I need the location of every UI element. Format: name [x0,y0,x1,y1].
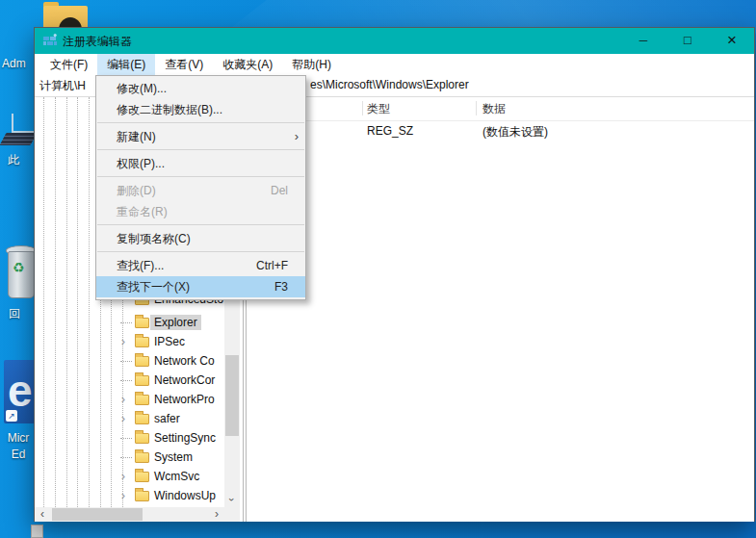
menu-separator [97,149,304,150]
screen-corner-artifact [31,525,43,538]
folder-icon [135,395,149,405]
recycle-arrows-icon: ♻ [13,260,25,275]
menu-separator [97,176,304,177]
menu-item-find[interactable]: 查找(F)... Ctrl+F [96,255,305,276]
expand-chevron-icon[interactable]: › [117,488,129,503]
regedit-icon [43,34,57,47]
tree-item-ipsec[interactable]: › IPSec [35,332,243,351]
tree-item-network-co[interactable]: Network Co [35,351,243,371]
menu-view[interactable]: 查看(V) [155,54,213,75]
menu-favorites[interactable]: 收藏夹(A) [213,54,282,75]
horizontal-scroll-thumb[interactable] [52,508,143,521]
folder-icon [135,356,149,367]
menu-item-find-next[interactable]: 查找下一个(X) F3 [96,276,305,297]
menu-item-delete: 删除(D) Del [96,180,305,201]
folder-icon [135,414,149,424]
scroll-down-button[interactable]: › [224,492,240,507]
desktop-icon-recycle-bin[interactable]: ♻ [6,241,37,300]
menu-file[interactable]: 文件(F) [40,54,97,75]
window-title: 注册表编辑器 [63,34,132,50]
value-list-panel: 类型 数据 REG_SZ (数值未设置) [247,97,754,522]
folder-icon [135,452,149,463]
menu-bar: 文件(F) 编辑(E) 查看(V) 收藏夹(A) 帮助(H) [35,54,754,75]
menu-separator [97,251,304,252]
tree-item-networkpro[interactable]: › NetworkPro [35,390,243,409]
expand-chevron-icon[interactable]: › [117,411,129,426]
edge-logo-icon: e [8,366,33,416]
folder-icon [135,472,149,482]
menu-item-new[interactable]: 新建(N) › [96,126,305,147]
menu-item-permissions[interactable]: 权限(P)... [96,153,305,174]
folder-icon [135,318,149,328]
menu-shortcut: Del [271,180,288,201]
monitor-icon [12,114,35,133]
vertical-scroll-thumb[interactable] [225,355,239,436]
menu-separator [97,122,304,123]
folder-icon [135,337,149,347]
address-path-right: es\Microsoft\Windows\Explorer [310,78,469,91]
tree-horizontal-scrollbar[interactable]: ‹ › [35,507,224,522]
folder-icon [135,491,149,501]
tree-item-settingsync[interactable]: SettingSync [35,428,243,448]
folder-icon [135,375,149,386]
maximize-button[interactable]: □ [665,28,710,54]
tree-connector [120,322,132,323]
keyboard-icon [0,133,37,145]
column-header-type[interactable]: 类型 [367,101,390,117]
tree-item-wcmsvc[interactable]: › WcmSvc [35,467,243,486]
tree-connector [120,438,132,439]
address-path-left: 计算机\H [39,78,86,94]
expand-chevron-icon[interactable]: › [117,469,129,484]
menu-item-rename: 重命名(R) [96,201,305,222]
tree-item-networkcor[interactable]: NetworkCor [35,371,243,390]
submenu-chevron-icon: › [295,126,299,147]
folder-icon [135,433,149,444]
tree-item-system[interactable]: System [35,448,243,467]
value-row-default[interactable]: REG_SZ (数值未设置) [247,122,754,141]
tree-connector [120,380,132,381]
expand-chevron-icon[interactable]: › [117,334,129,349]
menu-edit[interactable]: 编辑(E) [97,54,155,75]
tree-item-explorer[interactable]: Explorer [35,313,243,332]
tree-item-safer[interactable]: › safer [35,409,243,428]
menu-help[interactable]: 帮助(H) [282,54,341,75]
minimize-button[interactable]: ─ [621,28,665,54]
edit-menu-dropdown: 修改(M)... 修改二进制数据(B)... 新建(N) › 权限(P)... … [95,75,306,300]
menu-shortcut: Ctrl+F [256,255,288,276]
shortcut-arrow-icon: ↗ [6,410,17,422]
desktop-label-edge-line2[interactable]: Ed [3,448,34,461]
tree-item-windowsup[interactable]: › WindowsUp [35,486,243,505]
desktop-label-admin[interactable]: Adm [2,57,26,70]
value-data: (数值未设置) [482,124,548,141]
close-button[interactable]: × [710,28,754,54]
column-header-data[interactable]: 数据 [482,101,506,117]
list-header: 类型 数据 [247,97,754,121]
desktop-label-edge-line1[interactable]: Micr [3,431,34,445]
menu-item-modify-binary[interactable]: 修改二进制数据(B)... [96,99,305,120]
value-type: REG_SZ [367,124,413,138]
menu-separator [97,224,304,225]
menu-item-modify[interactable]: 修改(M)... [96,78,305,99]
scroll-left-button[interactable]: ‹ [35,507,50,522]
scroll-right-button[interactable]: › [209,507,224,522]
column-separator[interactable] [362,101,363,115]
desktop-label-this-pc[interactable]: 此 [8,152,19,168]
menu-item-copy-key-name[interactable]: 复制项名称(C) [96,228,305,249]
expand-chevron-icon[interactable]: › [117,392,129,407]
tree-connector [120,361,132,362]
title-bar[interactable]: 注册表编辑器 ─ □ × [35,28,754,54]
tree-connector [120,457,132,458]
column-separator[interactable] [476,101,477,115]
menu-shortcut: F3 [274,276,288,297]
scrollbar-corner [224,507,240,522]
desktop-label-recycle-bin[interactable]: 回 [9,306,20,322]
